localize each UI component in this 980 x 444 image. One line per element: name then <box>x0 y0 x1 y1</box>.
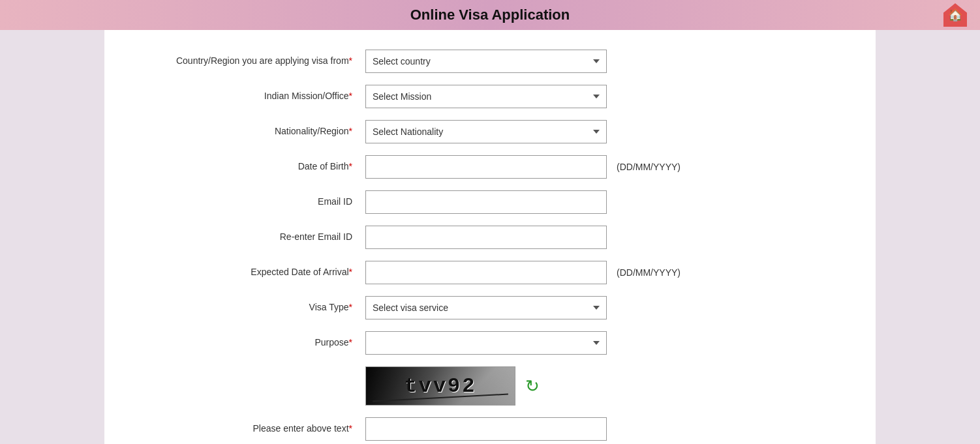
captcha-input-row: Please enter above text* <box>130 417 850 441</box>
captcha-input-label: Please enter above text* <box>130 422 365 436</box>
visa-type-row: Visa Type* Select visa service <box>130 296 850 319</box>
arrival-date-label: Expected Date of Arrival* <box>130 266 365 279</box>
nationality-select[interactable]: Select Nationality <box>365 120 607 143</box>
required-marker: * <box>349 126 352 136</box>
dob-hint: (DD/MM/YYYY) <box>617 162 681 172</box>
country-region-select[interactable]: Select country <box>365 50 607 73</box>
email-input[interactable] <box>365 190 607 214</box>
mission-row: Indian Mission/Office* Select Mission <box>130 85 850 108</box>
country-region-row: Country/Region you are applying visa fro… <box>130 50 850 73</box>
mission-label: Indian Mission/Office* <box>130 90 365 103</box>
home-icon[interactable]: 🏠 <box>943 3 967 27</box>
required-marker: * <box>349 302 352 312</box>
captcha-row: tvv92 ↻ <box>130 366 850 406</box>
captcha-text: tvv92 <box>404 374 476 398</box>
top-bar: Online Visa Application 🏠 <box>0 0 980 30</box>
required-marker: * <box>349 161 352 171</box>
refresh-captcha-icon[interactable]: ↻ <box>525 376 540 396</box>
page-title: Online Visa Application <box>410 7 570 23</box>
purpose-select[interactable] <box>365 331 607 355</box>
required-marker: * <box>349 337 352 348</box>
mission-select[interactable]: Select Mission <box>365 85 607 108</box>
visa-type-label: Visa Type* <box>130 301 365 314</box>
dob-row: Date of Birth* (DD/MM/YYYY) <box>130 155 850 179</box>
email-row: Email ID <box>130 190 850 214</box>
dob-label: Date of Birth* <box>130 160 365 173</box>
main-content: Country/Region you are applying visa fro… <box>104 30 876 444</box>
purpose-label: Purpose* <box>130 336 365 349</box>
required-marker: * <box>349 91 352 101</box>
captcha-input[interactable] <box>365 417 607 441</box>
re-email-input[interactable] <box>365 226 607 249</box>
required-marker: * <box>349 423 352 434</box>
email-label: Email ID <box>130 196 365 209</box>
nationality-row: Nationality/Region* Select Nationality <box>130 120 850 143</box>
nationality-label: Nationality/Region* <box>130 125 365 138</box>
required-marker: * <box>349 267 352 277</box>
captcha-image: tvv92 <box>365 366 515 406</box>
country-region-label: Country/Region you are applying visa fro… <box>130 55 365 68</box>
re-email-row: Re-enter Email ID <box>130 226 850 249</box>
purpose-row: Purpose* <box>130 331 850 355</box>
arrival-date-hint: (DD/MM/YYYY) <box>617 267 681 278</box>
arrival-date-row: Expected Date of Arrival* (DD/MM/YYYY) <box>130 261 850 284</box>
arrival-date-input[interactable] <box>365 261 607 284</box>
required-marker: * <box>349 55 352 66</box>
dob-input[interactable] <box>365 155 607 179</box>
re-email-label: Re-enter Email ID <box>130 231 365 244</box>
visa-type-select[interactable]: Select visa service <box>365 296 607 319</box>
